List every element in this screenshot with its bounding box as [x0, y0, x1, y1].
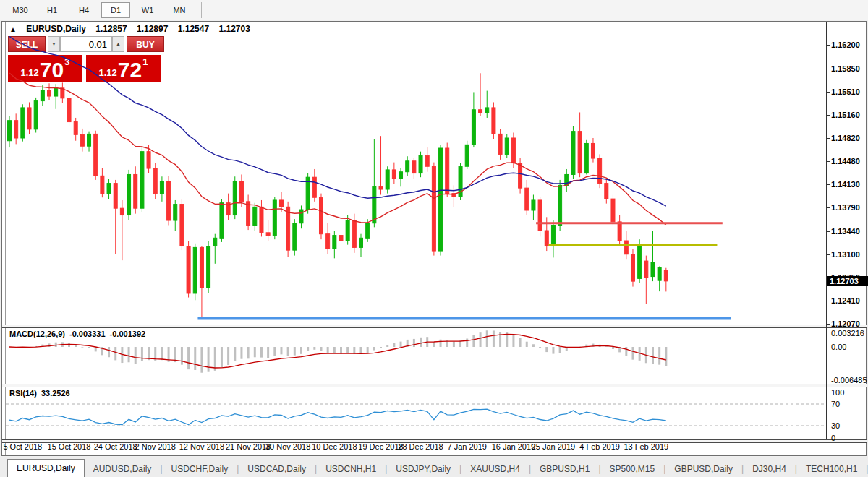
price-axis-label: 1.13440	[831, 227, 860, 236]
candle-up	[233, 181, 237, 215]
tab-dj30-h4[interactable]: DJ30,H4	[744, 461, 795, 477]
price-axis-label: 1.13790	[831, 203, 860, 212]
price-axis-tick	[827, 161, 830, 162]
candle-up	[373, 186, 376, 223]
chart-window: ▲ EURUSD,Daily 1.12857 1.12897 1.12547 1…	[1, 21, 867, 456]
tab-sp500-m15[interactable]: SP500,M15	[601, 461, 664, 477]
candle-down	[14, 121, 18, 138]
tab-gbpusd-daily[interactable]: GBPUSD,Daily	[665, 461, 741, 477]
candle-down	[67, 98, 71, 122]
candle-up	[273, 200, 276, 236]
candle-down	[492, 108, 495, 134]
candle-down	[266, 233, 270, 236]
candle-up	[571, 132, 575, 175]
tab-tech100-h1[interactable]: TECH100,H1	[797, 461, 866, 477]
candle-down	[498, 134, 502, 154]
candle-down	[425, 155, 429, 166]
candle-up	[293, 223, 297, 250]
rsi-axis-label: 30	[831, 421, 840, 430]
candle-up	[638, 244, 642, 279]
candle-down	[519, 163, 522, 189]
timeframe-button-w1[interactable]: W1	[133, 2, 162, 18]
candle-down	[545, 231, 548, 246]
price-axis-label: 1.15160	[831, 111, 860, 119]
candle-up	[651, 262, 655, 277]
tab-usdcnh-h1[interactable]: USDCNH,H1	[317, 461, 385, 477]
candle-up	[505, 138, 509, 154]
candle-up	[306, 177, 310, 210]
candle-down	[134, 174, 137, 208]
candle-down	[624, 241, 628, 254]
price-axis-label: 1.14480	[831, 157, 860, 166]
candle-down	[578, 132, 582, 173]
timeframe-button-h1[interactable]: H1	[38, 2, 67, 18]
timeframe-button-m30[interactable]: M30	[6, 2, 35, 18]
macd-axis-label: 0.003216	[831, 329, 864, 338]
timeframe-button-mn[interactable]: MN	[165, 2, 194, 18]
candle-up	[207, 246, 210, 288]
rsi-axis-label: 0	[831, 434, 835, 442]
candle-up	[253, 207, 257, 225]
tab-usdchf-daily[interactable]: USDCHF,Daily	[163, 461, 237, 477]
candle-down	[432, 166, 435, 251]
price-axis-tick	[827, 45, 830, 46]
tab-audusd-daily[interactable]: AUDUSD,Daily	[85, 461, 161, 477]
candle-down	[339, 236, 343, 241]
candle-up	[551, 225, 555, 246]
candle-down	[412, 161, 416, 173]
candle-down	[479, 110, 482, 113]
macd-axis-label: 0.00	[831, 343, 846, 351]
tab-xauusd-h4[interactable]: XAUUSD,H4	[461, 461, 529, 477]
candle-up	[465, 145, 469, 166]
candle-up	[333, 236, 336, 249]
rsi-pane[interactable]	[6, 387, 825, 439]
candle-up	[299, 210, 303, 223]
candle-down	[147, 152, 150, 168]
candle-up	[346, 220, 349, 241]
price-axis-tick	[827, 231, 830, 232]
tab-gbpusd-h1[interactable]: GBPUSD,H1	[531, 461, 598, 477]
candle-down	[27, 108, 31, 129]
candle-up	[472, 110, 475, 145]
candle-up	[366, 223, 370, 239]
candle-down	[591, 143, 595, 158]
candle-up	[174, 205, 177, 220]
tab-eurusd-daily[interactable]: EURUSD,Daily	[7, 459, 85, 477]
macd-axis-label: -0.006485	[831, 376, 867, 384]
candle-up	[658, 267, 661, 280]
rsi-axis-label: 70	[831, 400, 840, 408]
candle-down	[611, 199, 615, 222]
candle-down	[379, 186, 383, 189]
timeframe-toolbar: M30H1H4D1W1MN	[0, 0, 868, 20]
candle-down	[286, 207, 290, 250]
ma-fast-line	[9, 73, 666, 225]
candle-up	[532, 200, 535, 210]
timeframe-button-h4[interactable]: H4	[69, 2, 98, 18]
candle-up	[213, 238, 217, 246]
candle-down	[664, 270, 668, 280]
candle-down	[319, 197, 323, 233]
rsi-line	[9, 409, 666, 424]
price-axis-tick	[827, 301, 830, 301]
candle-up	[8, 121, 12, 141]
timeframe-button-d1[interactable]: D1	[101, 2, 130, 18]
candle-down	[120, 208, 124, 215]
candle-down	[180, 205, 184, 246]
tab-usdcad-daily[interactable]: USDCAD,Daily	[239, 461, 315, 477]
macd-pane[interactable]	[6, 327, 825, 384]
candle-up	[107, 184, 111, 194]
tab-usdjpy-daily[interactable]: USDJPY,Daily	[387, 461, 459, 477]
chart-tab-bar: EURUSD,DailyAUDUSD,Daily|USDCHF,Daily|US…	[0, 457, 868, 477]
candle-down	[80, 134, 84, 146]
candle-up	[399, 172, 403, 179]
main-price-chart[interactable]	[6, 22, 825, 325]
candle-up	[140, 152, 144, 209]
price-axis-tick	[827, 324, 830, 325]
price-axis-tick	[827, 254, 830, 255]
candle-up	[419, 155, 422, 173]
candle-up	[485, 108, 489, 113]
candle-down	[279, 200, 283, 207]
price-axis-tick	[827, 69, 830, 69]
candle-up	[439, 148, 443, 251]
candle-down	[74, 122, 77, 135]
